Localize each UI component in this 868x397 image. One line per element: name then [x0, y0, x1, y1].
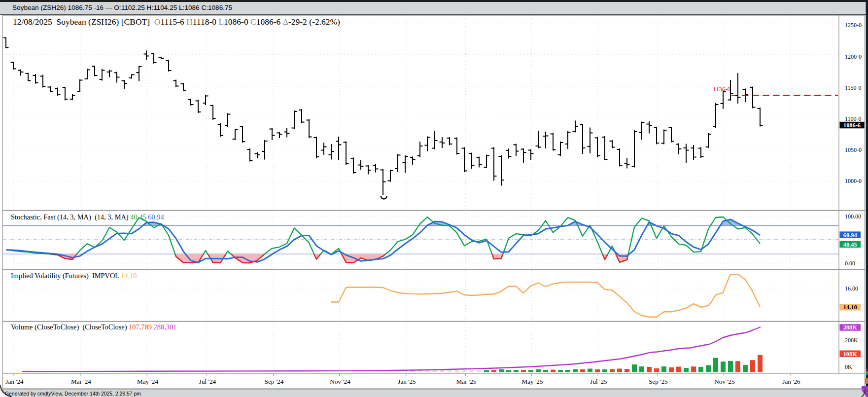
svg-text:Mar '25: Mar '25 — [456, 378, 477, 385]
svg-text:Volume (CloseToClose) (CloseT: Volume (CloseToClose) (CloseToClose) 107… — [11, 323, 176, 331]
svg-text:1136-0: 1136-0 — [713, 85, 730, 93]
svg-text:Implied Volatility (Futures): Implied Volatility (Futures) IMPVOL 14.1… — [11, 272, 137, 280]
svg-text:60.94: 60.94 — [843, 232, 857, 239]
svg-text:May '25: May '25 — [521, 378, 543, 385]
svg-text:12/08/2025 Soybean (ZSH26) [C: 12/08/2025 Soybean (ZSH26) [CBOT] O1115-… — [13, 17, 340, 27]
svg-text:0K: 0K — [845, 363, 852, 370]
svg-text:Sep '25: Sep '25 — [649, 378, 668, 385]
svg-text:Jan '26: Jan '26 — [782, 378, 800, 385]
svg-text:Generated by cmdtyView, Decemb: Generated by cmdtyView, December 14th 20… — [5, 391, 141, 397]
svg-text:200K: 200K — [845, 337, 858, 344]
svg-text:Nov '25: Nov '25 — [714, 378, 735, 385]
svg-text:16.00: 16.00 — [845, 285, 858, 292]
svg-text:Jan '24: Jan '24 — [5, 378, 24, 385]
svg-text:Nov '24: Nov '24 — [330, 378, 350, 385]
svg-text:1000-0: 1000-0 — [845, 178, 862, 184]
svg-text:1100-0: 1100-0 — [845, 115, 862, 122]
svg-text:Stochastic, Fast (14, 3, MA): Stochastic, Fast (14, 3, MA) (14, 3, MA)… — [11, 213, 164, 221]
svg-text:40.45: 40.45 — [843, 241, 857, 248]
svg-text:100.00: 100.00 — [845, 213, 861, 220]
svg-text:14.10: 14.10 — [843, 304, 857, 311]
svg-text:May '24: May '24 — [137, 378, 158, 385]
svg-text:288K: 288K — [843, 324, 858, 331]
svg-text:Jul '24: Jul '24 — [199, 378, 216, 385]
svg-text:Sep '24: Sep '24 — [265, 378, 284, 385]
svg-text:Jul '25: Jul '25 — [590, 378, 607, 385]
svg-text:1200-0: 1200-0 — [845, 53, 862, 60]
svg-text:Jan '25: Jan '25 — [398, 378, 416, 385]
svg-text:Soybean (ZSH26) 1086.75 -16 —: Soybean (ZSH26) 1086.75 -16 — O:1102.25 … — [12, 4, 232, 11]
svg-text:0.00: 0.00 — [845, 260, 855, 267]
svg-text:Mar '24: Mar '24 — [71, 378, 91, 385]
svg-text:1086-6: 1086-6 — [843, 122, 861, 129]
svg-text:1050-0: 1050-0 — [845, 146, 862, 153]
svg-text:1150-0: 1150-0 — [845, 84, 862, 91]
svg-text:1250-0: 1250-0 — [845, 22, 862, 29]
svg-text:108K: 108K — [843, 351, 858, 358]
